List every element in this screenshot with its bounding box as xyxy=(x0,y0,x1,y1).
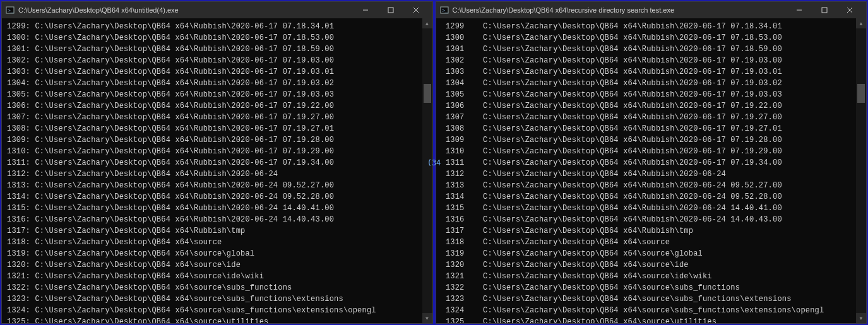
vertical-scrollbar[interactable]: ▲ ▼ xyxy=(856,18,866,323)
svg-rect-3 xyxy=(388,8,393,13)
window-title: C:\Users\Zachary\Desktop\QB64 x64\recurs… xyxy=(453,6,787,14)
maximize-button[interactable] xyxy=(378,2,403,18)
svg-rect-9 xyxy=(822,8,827,13)
window-title: C:\Users\Zachary\Desktop\QB64 x64\untitl… xyxy=(18,6,353,14)
console-output[interactable]: 1299 C:\Users\Zachary\Desktop\QB64 x64\R… xyxy=(436,18,857,323)
app-icon: >_ xyxy=(440,6,449,15)
window-controls xyxy=(787,2,862,18)
close-button[interactable] xyxy=(837,2,862,18)
window-controls xyxy=(353,2,429,18)
console-body: 1299 C:\Users\Zachary\Desktop\QB64 x64\R… xyxy=(436,18,867,323)
close-button[interactable] xyxy=(403,2,429,18)
scroll-down-arrow-icon[interactable]: ▼ xyxy=(422,313,432,323)
console-window-right: >_ C:\Users\Zachary\Desktop\QB64 x64\rec… xyxy=(436,1,867,324)
scroll-up-arrow-icon[interactable]: ▲ xyxy=(856,18,866,28)
scroll-down-arrow-icon[interactable]: ▼ xyxy=(856,313,866,323)
console-output[interactable]: 1299: C:\Users\Zachary\Desktop\QB64 x64\… xyxy=(2,18,422,323)
minimize-button[interactable] xyxy=(787,2,812,18)
titlebar[interactable]: >_ C:\Users\Zachary\Desktop\QB64 x64\rec… xyxy=(436,2,867,18)
svg-text:>_: >_ xyxy=(8,8,14,13)
scroll-up-arrow-icon[interactable]: ▲ xyxy=(422,18,432,28)
svg-text:>_: >_ xyxy=(442,8,448,13)
scrollbar-thumb[interactable] xyxy=(424,84,431,103)
console-window-left: >_ C:\Users\Zachary\Desktop\QB64 x64\unt… xyxy=(1,1,433,324)
maximize-button[interactable] xyxy=(812,2,837,18)
vertical-scrollbar[interactable]: ▲ ▼ xyxy=(422,18,432,323)
minimize-button[interactable] xyxy=(353,2,378,18)
app-icon: >_ xyxy=(6,6,15,15)
console-body: 1299: C:\Users\Zachary\Desktop\QB64 x64\… xyxy=(2,18,432,323)
desktop: >_ C:\Users\Zachary\Desktop\QB64 x64\unt… xyxy=(0,0,868,325)
scrollbar-thumb[interactable] xyxy=(857,84,865,103)
titlebar[interactable]: >_ C:\Users\Zachary\Desktop\QB64 x64\unt… xyxy=(2,2,432,18)
